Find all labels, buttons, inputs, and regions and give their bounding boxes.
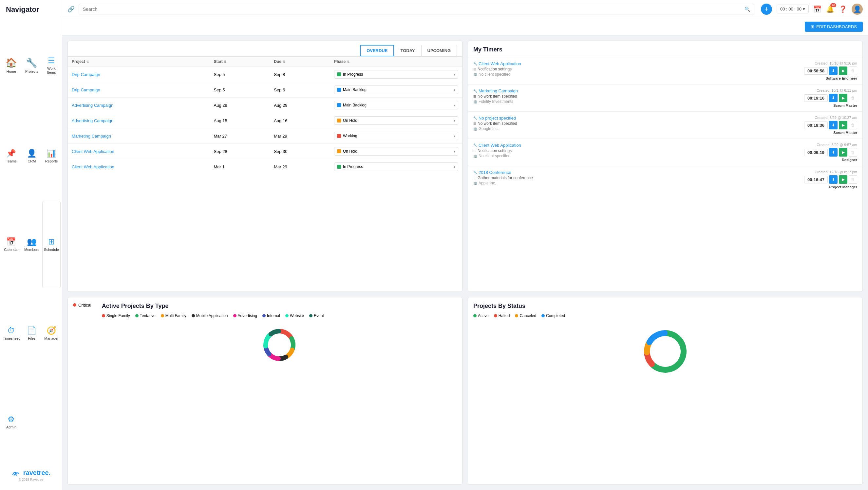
phase-badge[interactable]: In Progress ▾	[334, 70, 458, 79]
delete-button[interactable]: 🗑	[849, 175, 857, 184]
timer-time: 00:06:19	[804, 149, 828, 156]
sidebar-item-manager[interactable]: 🧭 Manager	[42, 289, 61, 377]
play-button[interactable]: ▶	[839, 94, 847, 102]
download-button[interactable]: ⬇	[829, 148, 838, 157]
timer-entry: 🔧 Marketing Campaign ☰ No work item spec…	[468, 85, 862, 112]
due-date: Aug 29	[270, 98, 330, 113]
phase-label: Working	[343, 134, 358, 138]
download-button[interactable]: ⬇	[829, 121, 838, 129]
phase-dropdown-icon: ▾	[454, 134, 455, 138]
avatar[interactable]: 👤	[851, 4, 863, 15]
delete-button[interactable]: 🗑	[849, 121, 857, 129]
table-row: Drip Campaign Sep 5 Sep 8 In Progress ▾	[68, 67, 462, 82]
tab-overdue[interactable]: OVERDUE	[360, 45, 394, 56]
help-icon[interactable]: ❓	[839, 5, 847, 13]
sidebar-item-label: Reports	[45, 159, 58, 163]
col-due[interactable]: Due ⇅	[270, 57, 330, 67]
project-link[interactable]: Marketing Campaign	[72, 134, 111, 139]
projects-icon: 🔧	[26, 57, 37, 68]
notification-icon[interactable]: 🔔 70	[826, 5, 834, 13]
search-input[interactable]	[83, 6, 742, 12]
due-date: Sep 6	[270, 82, 330, 98]
project-link[interactable]: Advertising Campaign	[72, 103, 113, 108]
phase-badge[interactable]: Main Backlog ▾	[334, 101, 458, 110]
table-row: Advertising Campaign Aug 29 Aug 29 Main …	[68, 98, 462, 113]
timer-role: Scrum Master	[833, 103, 857, 108]
nav-grid: 🏠 Home 🔧 Projects ☰ Work Items 📌 Teams 👤…	[0, 20, 62, 465]
sidebar-item-label: CRM	[28, 159, 36, 163]
download-button[interactable]: ⬇	[829, 175, 838, 184]
timer-role: Designer	[842, 158, 857, 162]
table-row: Advertising Campaign Aug 15 Aug 16 On Ho…	[68, 113, 462, 128]
phase-badge[interactable]: In Progress ▾	[334, 162, 458, 171]
table-row: Marketing Campaign Mar 27 Mar 29 Working…	[68, 128, 462, 144]
donut-chart	[260, 325, 299, 365]
phase-dropdown-icon: ▾	[454, 73, 455, 76]
legend-item: Halted	[494, 313, 510, 318]
timer-project[interactable]: 🔧 Client Web Application	[473, 61, 803, 66]
legend-dot	[135, 314, 138, 317]
calendar-header-icon[interactable]: 📅	[813, 5, 822, 13]
legend-label: Completed	[546, 313, 565, 318]
edit-dashboards-button[interactable]: ⊞ EDIT DASHBOARDS	[805, 22, 863, 32]
project-link[interactable]: Client Web Application	[72, 164, 114, 169]
due-date: Aug 16	[270, 113, 330, 128]
tab-today[interactable]: TODAY	[394, 45, 421, 56]
legend-item: Canceled	[515, 313, 536, 318]
sidebar-item-schedule[interactable]: ⊞ Schedule	[42, 201, 61, 288]
timer-project[interactable]: 🔧 Client Web Application	[473, 143, 803, 148]
legend-dot	[285, 314, 288, 317]
sidebar-item-projects[interactable]: 🔧 Projects	[23, 20, 41, 111]
phase-badge[interactable]: Working ▾	[334, 132, 458, 140]
timer-project[interactable]: 🔧 No project specified	[473, 116, 803, 121]
timer-info: 🔧 Marketing Campaign ☰ No work item spec…	[473, 88, 803, 108]
tab-upcoming[interactable]: UPCOMING	[421, 45, 457, 56]
delete-button[interactable]: 🗑	[849, 66, 857, 75]
sidebar-item-reports[interactable]: 📊 Reports	[42, 112, 61, 200]
legend-label: Halted	[498, 313, 510, 318]
timer-client: 🏢 No client specified	[473, 154, 803, 158]
project-link[interactable]: Drip Campaign	[72, 72, 100, 77]
timer-client: 🏢 Apple Inc.	[473, 181, 803, 185]
play-button[interactable]: ▶	[839, 66, 847, 75]
add-button[interactable]: +	[761, 4, 772, 15]
download-button[interactable]: ⬇	[829, 94, 838, 102]
project-link[interactable]: Drip Campaign	[72, 88, 100, 92]
sidebar-item-work-items[interactable]: ☰ Work Items	[42, 20, 61, 111]
timer-controls: 00:16:47 ⬇ ▶ 🗑	[804, 175, 857, 184]
col-start[interactable]: Start ⇅	[210, 57, 270, 67]
sidebar-item-files[interactable]: 📄 Files	[23, 289, 41, 377]
timer-project[interactable]: 🔧 Marketing Campaign	[473, 88, 803, 93]
search-bar: 🔍	[79, 4, 754, 14]
download-button[interactable]: ⬇	[829, 66, 838, 75]
start-date: Aug 29	[210, 98, 270, 113]
col-project[interactable]: Project ⇅	[68, 57, 210, 67]
timer-right: Created: 10/18 @ 9:16 pm 00:58:58 ⬇ ▶ 🗑 …	[804, 61, 857, 80]
timer-value: 00 : 00 : 00	[780, 6, 802, 11]
sidebar-item-calendar[interactable]: 📅 Calendar	[1, 201, 21, 288]
timer-project[interactable]: 🔧 2018 Conference	[473, 170, 803, 175]
col-phase[interactable]: Phase ⇅	[330, 57, 462, 67]
timer-display[interactable]: 00 : 00 : 00 ▾	[777, 5, 809, 13]
delete-button[interactable]: 🗑	[849, 148, 857, 157]
play-button[interactable]: ▶	[839, 121, 847, 129]
phase-badge[interactable]: On Hold ▾	[334, 116, 458, 125]
project-link[interactable]: Client Web Application	[72, 149, 114, 154]
wrench-icon: 🔧	[473, 144, 477, 147]
sidebar-item-timesheet[interactable]: ⏱ Timesheet	[1, 289, 21, 377]
phase-badge[interactable]: On Hold ▾	[334, 147, 458, 156]
play-button[interactable]: ▶	[839, 175, 847, 184]
delete-button[interactable]: 🗑	[849, 94, 857, 102]
sidebar-item-teams[interactable]: 📌 Teams	[1, 112, 21, 200]
link-icon[interactable]: 🔗	[67, 6, 75, 13]
sidebar-item-crm[interactable]: 👤 CRM	[23, 112, 41, 200]
phase-badge[interactable]: Main Backlog ▾	[334, 86, 458, 94]
sidebar-item-home[interactable]: 🏠 Home	[1, 20, 21, 111]
sidebar-item-admin[interactable]: ⚙ Admin	[1, 378, 21, 465]
project-link[interactable]: Advertising Campaign	[72, 118, 113, 123]
sidebar-item-label: Home	[6, 69, 16, 73]
content-area: OVERDUE TODAY UPCOMING Project ⇅ Start ⇅…	[62, 35, 868, 490]
play-button[interactable]: ▶	[839, 148, 847, 157]
legend-item: Completed	[541, 313, 565, 318]
sidebar-item-members[interactable]: 👥 Members	[23, 201, 41, 288]
